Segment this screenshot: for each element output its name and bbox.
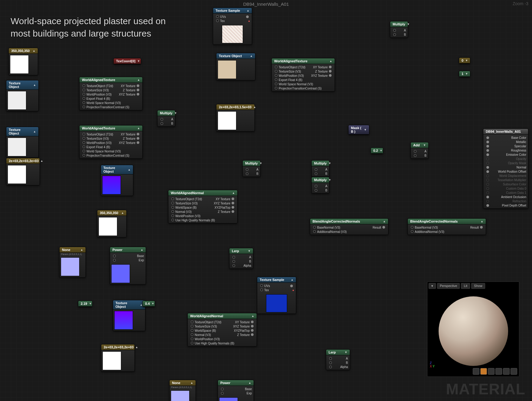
const-2e3c[interactable]: 2e+03,2e+03,2e+03▲ — [101, 344, 135, 372]
multiply-2[interactable]: Multiply▼AB — [242, 160, 261, 177]
const-0[interactable]: 0▼ — [459, 57, 470, 64]
blend-angle-corrected-normals-1[interactable]: BlendAngleCorrectedNormals▲BaseNormal (V… — [310, 218, 388, 235]
world-aligned-texture-2[interactable]: WorldAlignedTexture▲TextureObject (T2d)X… — [79, 125, 143, 159]
const-2e3a[interactable]: 2e+03,2e+03,2e+03▲ — [6, 158, 40, 185]
material-output-node[interactable]: DB94_InnerWalls_A01 Base ColorMetallicSp… — [483, 129, 528, 209]
multiply-1[interactable]: Multiply▼AB — [157, 110, 175, 127]
shape-custom[interactable] — [511, 368, 517, 375]
texture-sample-normal[interactable]: Texture Sample▲UVsTex● — [257, 277, 296, 314]
const-0.2[interactable]: 0.2▼ — [371, 148, 383, 154]
tex-object-1[interactable]: Texture Object▲ — [6, 80, 39, 111]
mask-b[interactable]: Mask ( B )▼ — [348, 125, 369, 135]
zoom-level: Zoom -3 — [513, 1, 528, 6]
param-none-2[interactable]: None▲Param (0.5,0.5,1,1) — [169, 380, 196, 401]
const-2e3b[interactable]: 2e+03,2e+03,1.5e+03▲ — [216, 104, 255, 132]
shape-teapot[interactable] — [503, 368, 510, 375]
lerp-1[interactable]: Lerp▼ABAlpha — [229, 248, 253, 269]
param-none-1[interactable]: None▲Param (0.5,0.5,1,1) — [59, 247, 86, 278]
shape-plane[interactable] — [488, 368, 495, 375]
const-2.19[interactable]: 2.19▼ — [78, 301, 92, 307]
show-button[interactable]: Show — [471, 283, 485, 289]
shape-cylinder[interactable] — [473, 368, 479, 375]
texcoord-node[interactable]: TexCoord[0]▼ — [113, 58, 141, 64]
lerp-2[interactable]: Lerp▼ABAlpha — [326, 349, 350, 370]
power-1[interactable]: Power▲BaseExp — [110, 247, 146, 285]
tex-object-top[interactable]: Texture Object▲ — [216, 53, 255, 80]
annotation-overlay: World-space projected plaster used on mo… — [11, 15, 180, 40]
multiply-5[interactable]: Multiply▼AB — [390, 21, 408, 38]
blend-angle-corrected-normals-2[interactable]: BlendAngleCorrectedNormals▲BaseNormal (V… — [407, 218, 486, 235]
perspective-button[interactable]: Perspective — [437, 283, 460, 289]
title-bar: DB94_InnerWalls_A01 Zoom -3 — [0, 0, 532, 8]
lit-button[interactable]: Lit — [461, 283, 470, 289]
texture-sample-top[interactable]: Texture Sample▲UVsTex● — [213, 8, 252, 45]
shape-sphere[interactable] — [480, 368, 487, 375]
tex-object-normal-1[interactable]: Texture Object▲ — [101, 165, 133, 196]
const-350b[interactable]: 350,350,350▲ — [97, 210, 127, 237]
tex-object-2[interactable]: Texture Object▲ — [6, 127, 39, 158]
material-preview-viewport[interactable]: ▾ Perspective Lit Show ZX Y — [427, 282, 519, 377]
const-1[interactable]: 1▼ — [459, 71, 470, 77]
const-0.4[interactable]: 0.4▼ — [142, 301, 155, 307]
multiply-3[interactable]: Multiply▼AB — [311, 160, 329, 177]
axis-gizmo: ZX Y — [430, 361, 435, 368]
world-aligned-texture-3[interactable]: WorldAlignedTexture▲TextureObject (T2d)X… — [271, 58, 335, 92]
preview-shape-bar — [473, 368, 517, 375]
power-2[interactable]: Power▲BaseExp — [218, 380, 254, 401]
preview-sphere — [439, 296, 508, 366]
world-aligned-normal-1[interactable]: WorldAlignedNormal▲TextureObject (T2d)XY… — [168, 190, 238, 223]
multiply-4[interactable]: Multiply▼AB — [311, 177, 329, 194]
tex-object-normal-2[interactable]: Texture Object▲ — [113, 300, 145, 331]
const-350a[interactable]: 350,350,350▲ — [8, 48, 38, 75]
graph-title: DB94_InnerWalls_A01 — [243, 2, 289, 7]
shape-cube[interactable] — [495, 368, 502, 375]
add-1[interactable]: Add▼AB — [410, 142, 429, 159]
material-watermark: MATERIAL — [446, 380, 525, 398]
preview-menu-button[interactable]: ▾ — [429, 283, 436, 289]
world-aligned-normal-2[interactable]: WorldAlignedNormal▲TextureObject (T2d)XY… — [187, 313, 257, 347]
world-aligned-texture-1[interactable]: WorldAlignedTexture▲TextureObject (T2d)X… — [79, 77, 143, 110]
